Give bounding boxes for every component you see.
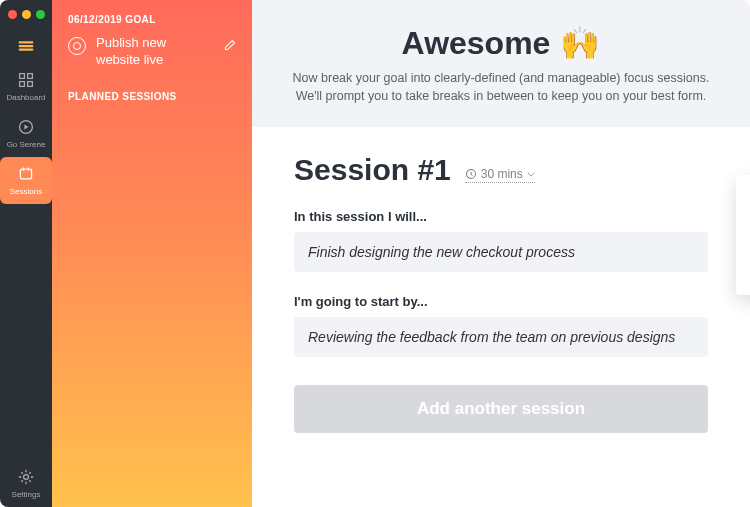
nav-label: Dashboard — [6, 93, 45, 102]
gear-icon — [17, 468, 35, 486]
duration-dropdown: 20 mins 30 mins 45 mins 60 mins — [736, 175, 750, 295]
hero-banner: Awesome 🙌 Now break your goal into clear… — [252, 0, 750, 127]
nav-settings[interactable]: Settings — [0, 460, 52, 507]
session-form: Session #1 30 mins In this session I wil… — [252, 127, 750, 459]
session-goal-input[interactable] — [294, 232, 708, 272]
hands-emoji-icon: 🙌 — [560, 24, 600, 62]
svg-rect-5 — [20, 169, 31, 179]
dashboard-icon — [17, 71, 35, 89]
svg-rect-3 — [28, 82, 33, 87]
sidebar: 06/12/2019 GOAL Publish new website live… — [52, 0, 252, 507]
hero-subtitle: Now break your goal into clearly-defined… — [291, 70, 711, 105]
nav-go-serene[interactable]: Go Serene — [0, 110, 52, 157]
planned-sessions-header: PLANNED SESSIONS — [68, 91, 236, 102]
add-session-button[interactable]: Add another session — [294, 385, 708, 433]
target-icon — [68, 37, 86, 55]
nav-dashboard[interactable]: Dashboard — [0, 63, 52, 110]
logo-icon — [17, 37, 35, 55]
logo[interactable] — [0, 29, 52, 63]
duration-selector[interactable]: 30 mins — [465, 167, 535, 183]
minimize-window-icon[interactable] — [22, 10, 31, 19]
nav-label: Settings — [12, 490, 41, 499]
hero-title: Awesome 🙌 — [402, 24, 601, 62]
svg-rect-2 — [20, 82, 25, 87]
goal-date-header: 06/12/2019 GOAL — [68, 14, 236, 25]
svg-point-6 — [24, 475, 29, 480]
nav-label: Sessions — [10, 187, 42, 196]
close-window-icon[interactable] — [8, 10, 17, 19]
window-controls — [0, 6, 45, 29]
play-icon — [17, 118, 35, 136]
duration-option[interactable]: 60 mins — [736, 262, 750, 289]
session-title: Session #1 — [294, 153, 451, 187]
duration-option[interactable]: 45 mins — [736, 235, 750, 262]
svg-rect-0 — [20, 74, 25, 79]
goal-row[interactable]: Publish new website live — [68, 35, 236, 69]
main-panel: Awesome 🙌 Now break your goal into clear… — [252, 0, 750, 507]
svg-rect-1 — [28, 74, 33, 79]
duration-option[interactable]: 30 mins — [736, 208, 750, 235]
session-start-input[interactable] — [294, 317, 708, 357]
goal-text: Publish new website live — [96, 35, 210, 69]
chevron-down-icon — [527, 172, 535, 177]
field2-label: I'm going to start by... — [294, 294, 708, 309]
field1-label: In this session I will... — [294, 209, 708, 224]
nav-rail: Dashboard Go Serene Sessions Settings — [0, 0, 52, 507]
duration-option[interactable]: 20 mins — [736, 181, 750, 208]
nav-label: Go Serene — [7, 140, 46, 149]
edit-goal-icon[interactable] — [224, 39, 236, 54]
nav-sessions[interactable]: Sessions — [0, 157, 52, 204]
sessions-icon — [17, 165, 35, 183]
duration-value: 30 mins — [481, 167, 523, 181]
maximize-window-icon[interactable] — [36, 10, 45, 19]
